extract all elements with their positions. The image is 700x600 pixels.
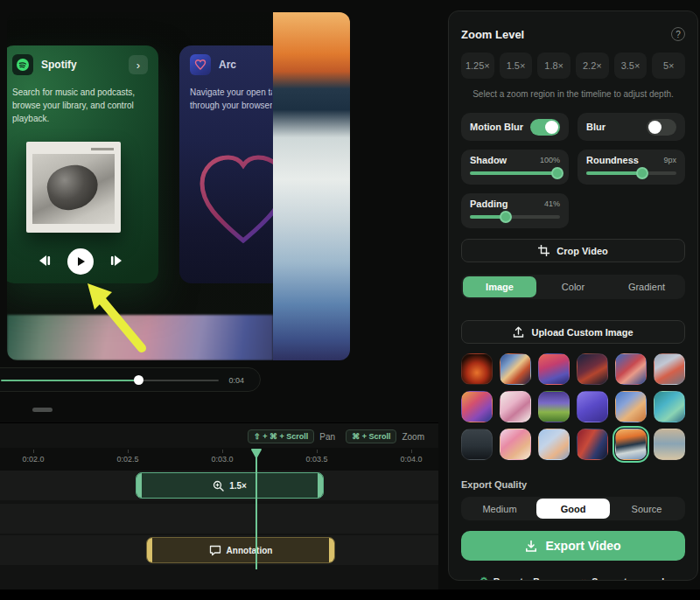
ruler-tick-label: 0:03.0	[211, 455, 233, 464]
wallpaper-thumbnail[interactable]	[654, 391, 685, 422]
slider-value: 9px	[663, 156, 676, 164]
zoom-region-clip[interactable]: 1.5×	[136, 472, 324, 499]
slider-grid: Shadow100%Roundness9pxPadding41%	[461, 150, 685, 228]
zoom-level-option[interactable]: 1.25×	[461, 52, 494, 79]
slider-card-roundness: Roundness9px	[578, 150, 685, 185]
zoom-region-label: 1.5×	[229, 481, 247, 491]
timeline-ruler[interactable]: 0:02.00:02.50:03.00:03.50:04.0	[0, 448, 438, 471]
quality-option-medium[interactable]: Medium	[463, 499, 536, 519]
crop-icon	[538, 245, 550, 256]
upload-custom-image-button[interactable]: Upload Custom Image	[461, 320, 685, 344]
background-wallpaper-strip	[273, 12, 350, 360]
tab-color[interactable]: Color	[536, 276, 610, 297]
wallpaper-thumbnail[interactable]	[654, 429, 685, 460]
crop-video-button[interactable]: Crop Video	[461, 239, 685, 262]
ruler-tick	[222, 450, 223, 453]
upload-icon	[513, 326, 524, 338]
play-button[interactable]	[67, 248, 94, 275]
zoom-level-options: 1.25×1.5×1.8×2.2×3.5×5×	[461, 52, 685, 79]
annotation-left-handle[interactable]	[147, 538, 152, 562]
playback-controls	[7, 248, 158, 275]
magnifier-plus-icon	[213, 480, 224, 492]
zoom-level-option[interactable]: 3.5×	[614, 52, 648, 79]
annotation-right-handle[interactable]	[329, 538, 334, 562]
slider-head: Shadow100%	[470, 155, 560, 165]
wallpaper-thumbnail[interactable]	[577, 353, 608, 385]
wallpaper-thumbnail[interactable]	[615, 391, 647, 422]
quality-option-good[interactable]: Good	[536, 499, 610, 519]
zoom-region-left-handle[interactable]	[136, 473, 142, 498]
toggle-switch[interactable]	[530, 119, 560, 136]
export-video-button[interactable]: Export Video	[461, 531, 685, 561]
spotify-icon	[12, 54, 33, 75]
slider-track[interactable]	[586, 171, 676, 175]
wallpaper-thumbnail[interactable]	[577, 391, 608, 422]
album-art-caption	[91, 148, 114, 150]
previous-track-icon[interactable]	[38, 254, 52, 269]
slider-card-padding: Padding41%	[461, 193, 569, 228]
chevron-right-icon: ›	[136, 59, 140, 72]
panel-resize-handle[interactable]	[32, 408, 52, 412]
player-progress-bar[interactable]: 0:04	[0, 367, 261, 392]
help-icon[interactable]: ?	[671, 27, 685, 41]
ruler-tick	[128, 450, 129, 453]
heart-icon: ♥	[581, 576, 587, 582]
arc-card-title: Arc	[219, 59, 272, 71]
wallpaper-thumbnail[interactable]	[615, 353, 647, 385]
album-art-photo	[32, 154, 115, 224]
zoom-level-option[interactable]: 1.5×	[500, 52, 533, 79]
wallpaper-thumbnail[interactable]	[538, 353, 570, 385]
slider-knob[interactable]	[500, 211, 512, 223]
footer-link[interactable]: ⚙Report a Bug	[480, 576, 551, 581]
tab-gradient[interactable]: Gradient	[610, 276, 683, 297]
footer-link-label: Report a Bug	[494, 576, 551, 582]
zoom-region-right-handle[interactable]	[318, 473, 323, 498]
wallpaper-thumbnail[interactable]	[577, 429, 608, 460]
progress-handle[interactable]	[134, 375, 144, 385]
next-track-icon[interactable]	[109, 254, 122, 269]
slider-knob[interactable]	[551, 167, 564, 179]
slider-track[interactable]	[470, 171, 560, 175]
slider-fill	[470, 171, 557, 175]
slider-value: 100%	[540, 156, 560, 164]
wallpaper-thumbnail[interactable]	[615, 429, 647, 460]
wallpaper-thumbnail[interactable]	[538, 391, 570, 422]
toggle-knob	[648, 121, 662, 134]
duration-label: 0:04	[228, 376, 244, 385]
zoom-level-option[interactable]: 2.2×	[576, 52, 609, 79]
bottom-black-bar	[0, 590, 700, 600]
video-preview-canvas[interactable]: Spotify › Search for music and podcasts,…	[7, 12, 350, 360]
album-art	[26, 142, 121, 233]
slider-track[interactable]	[470, 215, 560, 219]
zoom-level-option[interactable]: 5×	[652, 52, 685, 79]
wallpaper-thumbnail[interactable]	[461, 391, 493, 422]
progress-remaining	[138, 380, 219, 381]
toggle-row: Motion BlurBlur	[461, 113, 685, 141]
ruler-tick	[317, 450, 318, 453]
spotify-card-description: Search for music and podcasts, browse yo…	[12, 86, 148, 125]
spotify-open-button[interactable]: ›	[129, 55, 148, 74]
arc-extension-card: Arc Navigate your open tabs through your…	[179, 45, 283, 283]
tab-image[interactable]: Image	[463, 276, 536, 297]
annotation-clip[interactable]: Annotation	[146, 537, 335, 563]
annotation-label: Annotation	[227, 546, 273, 555]
slider-knob[interactable]	[636, 167, 648, 179]
quality-option-source[interactable]: Source	[610, 499, 683, 519]
slider-fill	[586, 171, 642, 175]
empty-track[interactable]	[0, 504, 438, 534]
wallpaper-thumbnail[interactable]	[461, 353, 493, 385]
footer-link[interactable]: ♥Support my work	[581, 576, 667, 581]
wallpaper-thumbnail[interactable]	[500, 353, 531, 385]
export-quality-label: Export Quality	[461, 479, 685, 490]
wallpaper-thumbnail[interactable]	[654, 353, 685, 385]
ruler-tick	[33, 450, 34, 453]
arc-card-description: Navigate your open tabs through your bro…	[190, 86, 272, 112]
wallpaper-thumbnail[interactable]	[500, 391, 531, 422]
playhead-handle[interactable]	[250, 448, 262, 458]
wallpaper-thumbnail[interactable]	[461, 429, 493, 460]
zoom-level-option[interactable]: 1.8×	[537, 52, 570, 79]
wallpaper-thumbnail[interactable]	[500, 429, 531, 460]
wallpaper-thumbnail[interactable]	[538, 429, 570, 460]
shortcut-action-label: Pan	[319, 432, 335, 442]
toggle-switch[interactable]	[647, 119, 676, 136]
